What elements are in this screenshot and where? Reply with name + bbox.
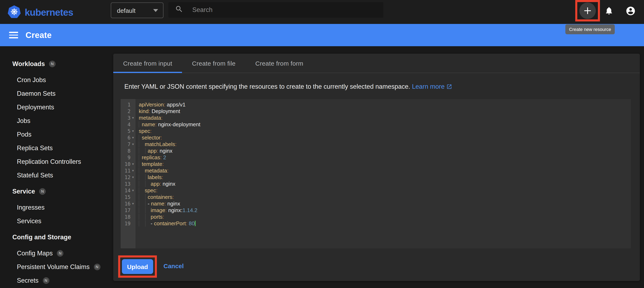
sidebar-item-label: Daemon Sets: [17, 90, 56, 97]
sidebar-item-label: Replica Sets: [17, 144, 53, 152]
sidebar-item-label: Jobs: [17, 117, 30, 124]
gutter-line-6: 6▼: [121, 134, 136, 141]
sidebar-item-daemon-sets[interactable]: Daemon Sets: [0, 87, 113, 100]
sidebar-item-deployments[interactable]: Deployments: [0, 100, 113, 114]
gutter-line-5: 5▼: [121, 128, 136, 134]
annotation-box-add: [575, 0, 600, 22]
code-line-15: containers:: [139, 194, 631, 201]
user-avatar-icon: [625, 6, 636, 16]
tab-list: Create from inputCreate from fileCreate …: [113, 54, 640, 73]
create-card: Create from inputCreate from fileCreate …: [113, 54, 640, 281]
tooltip-create-new-resource: Create new resource: [565, 24, 615, 34]
app-bar: Create: [0, 24, 644, 46]
sidebar-item-pods[interactable]: Pods: [0, 127, 113, 141]
text-cursor: [195, 221, 196, 226]
namespaced-badge: N: [57, 250, 64, 256]
namespaced-badge: N: [39, 188, 46, 195]
gutter-line-15: 15: [121, 194, 136, 201]
fold-arrow-icon[interactable]: ▼: [130, 174, 136, 181]
create-description: Enter YAML or JSON content specifying th…: [124, 82, 452, 92]
code-line-6: selector:: [139, 134, 631, 141]
menu-button[interactable]: [9, 32, 18, 38]
kubernetes-dashboard: kubernetes default Search: [0, 0, 644, 288]
namespace-select[interactable]: default: [111, 3, 164, 18]
sidebar-section-label: Service: [12, 188, 35, 195]
gutter-line-19: 19: [121, 220, 136, 227]
gutter-line-10: 10▼: [121, 161, 136, 168]
sidebar-item-label: Ingresses: [17, 204, 44, 211]
kubernetes-logo-icon: [8, 5, 21, 20]
code-line-12: labels:: [139, 174, 631, 181]
sidebar-section-config-and-storage[interactable]: Config and Storage: [0, 230, 113, 244]
gutter-line-3: 3▼: [121, 115, 136, 121]
gutter-line-4: 4: [121, 121, 136, 128]
sidebar-item-persistent-volume-claims[interactable]: Persistent Volume ClaimsN: [0, 260, 113, 273]
account-button[interactable]: [621, 0, 640, 22]
editor-code: apiVersion: apps/v1kind: Deploymentmetad…: [136, 99, 631, 248]
sidebar-section-workloads[interactable]: WorkloadsN: [0, 57, 113, 71]
bell-icon: [604, 6, 614, 15]
gutter-line-1: 1: [121, 101, 136, 108]
plus-icon: [583, 6, 592, 16]
fold-arrow-icon[interactable]: ▼: [130, 201, 136, 207]
fold-arrow-icon[interactable]: ▼: [130, 168, 136, 174]
tab-create-from-input[interactable]: Create from input: [113, 54, 182, 73]
chevron-down-icon: [153, 9, 158, 12]
code-line-11: metadata:: [139, 168, 631, 174]
sidebar-item-label: Secrets: [17, 277, 38, 284]
code-line-18: ports:: [139, 214, 631, 220]
brand-wordmark: kubernetes: [25, 7, 73, 18]
gutter-line-7: 7▼: [121, 141, 136, 148]
yaml-editor[interactable]: 123▼45▼6▼7▼8910▼11▼12▼1314▼1516▼171819 a…: [121, 99, 631, 248]
search-input[interactable]: Search: [168, 2, 383, 18]
sidebar-item-secrets[interactable]: SecretsN: [0, 273, 113, 287]
sidebar-item-label: Persistent Volume Claims: [17, 263, 90, 270]
sidebar-item-stateful-sets[interactable]: Stateful Sets: [0, 168, 113, 182]
gutter-line-9: 9: [121, 154, 136, 161]
fold-arrow-icon[interactable]: ▼: [130, 128, 136, 134]
editor-gutter: 123▼45▼6▼7▼8910▼11▼12▼1314▼1516▼171819: [121, 99, 136, 248]
code-line-2: kind: Deployment: [139, 108, 631, 115]
tab-create-from-file[interactable]: Create from file: [182, 54, 246, 73]
sidebar-item-replica-sets[interactable]: Replica Sets: [0, 141, 113, 155]
code-line-5: spec:: [139, 128, 631, 134]
sidebar-section-service[interactable]: ServiceN: [0, 184, 113, 198]
sidebar-section-label: Config and Storage: [12, 233, 71, 241]
code-line-8: app: nginx: [139, 148, 631, 154]
search-icon: [175, 5, 183, 15]
fold-arrow-icon[interactable]: ▼: [130, 115, 136, 121]
gutter-line-8: 8: [121, 148, 136, 154]
search-placeholder: Search: [192, 6, 212, 14]
fold-arrow-icon[interactable]: ▼: [130, 161, 136, 168]
learn-more-link[interactable]: Learn more: [412, 83, 452, 90]
sidebar-item-replication-controllers[interactable]: Replication Controllers: [0, 155, 113, 168]
sidebar-item-cron-jobs[interactable]: Cron Jobs: [0, 73, 113, 87]
gutter-line-18: 18: [121, 214, 136, 220]
sidebar-section-label: Workloads: [12, 60, 45, 67]
code-line-1: apiVersion: apps/v1: [139, 101, 631, 108]
sidebar-item-label: Deployments: [17, 103, 54, 111]
namespaced-badge: N: [94, 263, 100, 270]
sidebar-item-ingresses[interactable]: Ingresses: [0, 201, 113, 214]
sidebar-item-jobs[interactable]: Jobs: [0, 114, 113, 127]
fold-arrow-icon[interactable]: ▼: [130, 187, 136, 194]
tab-create-from-form[interactable]: Create from form: [246, 54, 313, 73]
gutter-line-17: 17: [121, 207, 136, 214]
sidebar-item-config-maps[interactable]: Config MapsN: [0, 246, 113, 260]
notifications-button[interactable]: [600, 0, 618, 22]
add-resource-button[interactable]: [579, 3, 596, 19]
kubernetes-logo[interactable]: kubernetes: [8, 5, 73, 20]
code-line-3: metadata:: [139, 115, 631, 121]
fold-arrow-icon[interactable]: ▼: [130, 141, 136, 148]
page-title: Create: [26, 30, 52, 40]
sidebar-item-services[interactable]: Services: [0, 214, 113, 228]
code-line-14: spec:: [139, 187, 631, 194]
gutter-line-2: 2: [121, 108, 136, 115]
cancel-button[interactable]: Cancel: [164, 262, 184, 269]
sidebar-item-label: Services: [17, 217, 42, 225]
code-line-4: name: nginx-deployment: [139, 121, 631, 128]
upload-button[interactable]: Upload: [122, 259, 153, 274]
fold-arrow-icon[interactable]: ▼: [130, 134, 136, 141]
code-line-19: - containerPort: 80: [139, 220, 631, 227]
namespaced-badge: N: [42, 277, 49, 284]
